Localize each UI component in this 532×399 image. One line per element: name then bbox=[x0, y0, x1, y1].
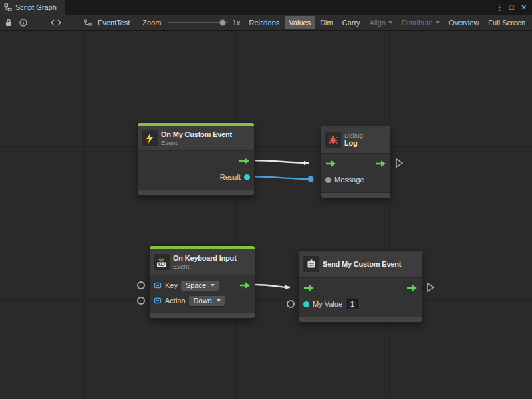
node-footer bbox=[138, 190, 254, 195]
flow-output-port[interactable] bbox=[239, 281, 251, 289]
distribute-label: Distribute bbox=[402, 19, 432, 27]
action-input-row: Action Down bbox=[150, 293, 255, 309]
my-value-input[interactable]: 1 bbox=[347, 299, 358, 309]
flow-continuation-icon bbox=[426, 282, 435, 294]
port-label: Result bbox=[220, 173, 241, 181]
port-label: Message bbox=[334, 176, 364, 184]
message-input-row: Message bbox=[321, 171, 390, 188]
node-body: My Value 1 bbox=[299, 277, 422, 317]
node-footer bbox=[150, 313, 255, 318]
carry-button[interactable]: Carry bbox=[338, 16, 364, 29]
window-tab-bar: Script Graph ⋮ □ ✕ bbox=[0, 0, 532, 15]
lock-icon[interactable] bbox=[3, 17, 15, 29]
node-debug-log[interactable]: Debug Log Message bbox=[321, 126, 390, 198]
flow-input-port[interactable] bbox=[303, 284, 315, 292]
node-on-keyboard-input[interactable]: On Keyboard Input Event Key Space bbox=[150, 246, 255, 318]
my-value-port[interactable] bbox=[303, 301, 309, 307]
port-label: Action bbox=[165, 297, 186, 305]
flow-input-port[interactable] bbox=[325, 160, 336, 168]
my-value-row: My Value 1 bbox=[299, 295, 422, 313]
action-dropdown[interactable]: Down bbox=[189, 296, 225, 306]
flow-continuation-icon bbox=[395, 158, 404, 170]
node-title: On Keyboard Input bbox=[173, 254, 237, 263]
press-state-icon bbox=[154, 297, 162, 305]
wire-value-result-to-message bbox=[247, 176, 310, 179]
zoom-slider[interactable] bbox=[168, 19, 227, 27]
node-subtitle: Event bbox=[173, 263, 237, 270]
port-label: Key bbox=[165, 281, 178, 289]
flow-output-port[interactable] bbox=[375, 160, 386, 168]
tab-title: Script Graph bbox=[15, 3, 57, 11]
wire-flow-keyboard-to-send bbox=[255, 285, 290, 287]
unity-script-graph-window: Script Graph ⋮ □ ✕ EventTest Zoom 1 bbox=[0, 0, 532, 399]
zoom-slider-track[interactable] bbox=[168, 22, 227, 23]
result-port[interactable] bbox=[244, 174, 250, 180]
code-view-icon[interactable] bbox=[48, 17, 64, 29]
flow-output-port[interactable] bbox=[406, 284, 418, 292]
maximize-icon[interactable]: □ bbox=[507, 0, 517, 15]
node-body: Message bbox=[321, 153, 390, 192]
message-port[interactable] bbox=[325, 177, 331, 183]
window-menu-icon[interactable]: ⋮ bbox=[495, 0, 505, 15]
wireless-keyboard-icon bbox=[154, 254, 170, 270]
node-title: On My Custom Event bbox=[161, 130, 232, 139]
key-port[interactable] bbox=[137, 281, 145, 289]
align-dropdown[interactable]: Align bbox=[366, 16, 396, 29]
node-header[interactable]: On Keyboard Input Event bbox=[150, 249, 255, 275]
lightning-bolt-icon bbox=[142, 130, 158, 146]
align-label: Align bbox=[370, 19, 386, 27]
result-output-row: Result bbox=[138, 168, 254, 186]
graph-canvas[interactable]: On My Custom Event Event Result bbox=[0, 31, 532, 399]
script-graph-icon bbox=[4, 3, 12, 11]
toolbar-right-group: Relations Values Dim Carry Align Distrib… bbox=[245, 16, 529, 29]
chevron-down-icon bbox=[388, 21, 392, 24]
my-value-outer-port[interactable] bbox=[287, 300, 295, 308]
connection-wires bbox=[0, 31, 532, 399]
values-button[interactable]: Values bbox=[285, 16, 315, 29]
action-dropdown-value: Down bbox=[194, 297, 212, 305]
node-title: Send My Custom Event bbox=[323, 260, 401, 268]
node-footer bbox=[299, 317, 422, 322]
action-port[interactable] bbox=[137, 297, 145, 305]
node-on-my-custom-event[interactable]: On My Custom Event Event Result bbox=[138, 123, 254, 195]
zoom-label: Zoom bbox=[142, 19, 161, 27]
overview-button[interactable]: Overview bbox=[445, 16, 483, 29]
full-screen-button[interactable]: Full Screen bbox=[484, 16, 529, 29]
node-footer bbox=[321, 192, 390, 198]
key-dropdown-value: Space bbox=[186, 281, 206, 289]
zoom-slider-handle[interactable] bbox=[219, 19, 226, 26]
flow-row bbox=[299, 281, 422, 295]
flow-output-row bbox=[138, 154, 254, 168]
node-title: Log bbox=[344, 139, 363, 148]
node-body: Result bbox=[138, 150, 254, 190]
wire-endpoint-dot bbox=[308, 176, 314, 182]
close-icon[interactable]: ✕ bbox=[519, 0, 529, 15]
key-input-row: Key Space bbox=[150, 278, 255, 293]
chevron-down-icon bbox=[217, 299, 221, 302]
key-dropdown[interactable]: Space bbox=[181, 281, 219, 291]
port-label: My Value bbox=[313, 300, 342, 308]
tab-script-graph[interactable]: Script Graph bbox=[0, 0, 65, 15]
node-body: Key Space Action bbox=[150, 275, 255, 313]
graph-asset-name: EventTest bbox=[98, 19, 130, 27]
custom-event-icon bbox=[303, 256, 319, 272]
node-send-my-custom-event[interactable]: Send My Custom Event My Value 1 bbox=[299, 251, 422, 322]
window-controls: ⋮ □ ✕ bbox=[495, 0, 532, 15]
wire-flow-customevent-to-log bbox=[253, 160, 309, 163]
keycode-icon bbox=[154, 281, 162, 289]
node-header[interactable]: On My Custom Event Event bbox=[138, 126, 254, 150]
dim-button[interactable]: Dim bbox=[316, 16, 337, 29]
flow-output-port[interactable] bbox=[239, 157, 250, 165]
graph-asset-icon bbox=[80, 17, 95, 29]
distribute-dropdown[interactable]: Distribute bbox=[398, 16, 443, 29]
info-icon[interactable] bbox=[17, 17, 30, 29]
zoom-value: 1x bbox=[233, 19, 241, 27]
chevron-down-icon bbox=[436, 21, 440, 24]
node-header[interactable]: Debug Log bbox=[321, 126, 390, 153]
graph-asset[interactable]: EventTest bbox=[80, 17, 130, 29]
relations-button[interactable]: Relations bbox=[245, 16, 283, 29]
node-subtitle: Event bbox=[161, 139, 232, 146]
bug-icon bbox=[325, 132, 341, 148]
node-header[interactable]: Send My Custom Event bbox=[299, 251, 422, 277]
graph-toolbar: EventTest Zoom 1x Relations Values Dim C… bbox=[0, 15, 532, 31]
